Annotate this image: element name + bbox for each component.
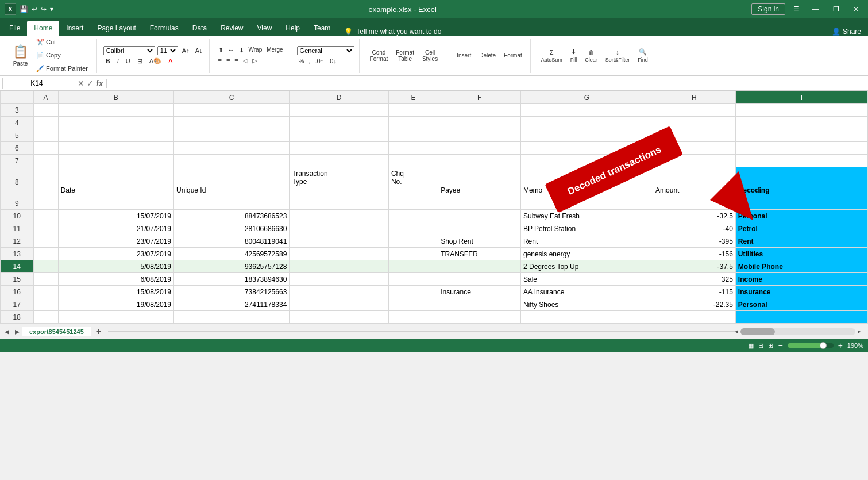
tab-view[interactable]: View xyxy=(250,21,279,36)
cell-f13[interactable]: TRANSFER xyxy=(438,248,521,260)
cell-h11[interactable]: -40 xyxy=(653,222,736,235)
cell-c14[interactable]: 93625757128 xyxy=(173,260,289,273)
cell-b3[interactable] xyxy=(58,104,173,117)
cell-h5[interactable] xyxy=(653,129,736,142)
cell-a8[interactable] xyxy=(33,167,58,197)
sheet-tab-export[interactable]: export8545451245 xyxy=(22,327,91,336)
cell-c13[interactable]: 42569572589 xyxy=(173,248,289,260)
cell-c6[interactable] xyxy=(173,142,289,155)
cell-e5[interactable] xyxy=(388,129,438,142)
sign-in-button[interactable]: Sign in xyxy=(751,3,785,15)
paste-button[interactable]: 📋 Paste xyxy=(9,42,32,69)
cell-d4[interactable] xyxy=(290,117,389,129)
tab-review[interactable]: Review xyxy=(214,21,250,36)
align-right-button[interactable]: ≡ xyxy=(233,56,240,65)
col-header-e[interactable]: E xyxy=(388,91,438,104)
increase-decimal-button[interactable]: .0↑ xyxy=(313,57,325,65)
cell-i5[interactable] xyxy=(735,129,867,142)
minimize-button[interactable]: — xyxy=(808,4,824,14)
cell-f11[interactable] xyxy=(438,222,521,235)
align-bottom-button[interactable]: ⬇ xyxy=(237,46,246,55)
insert-cells-button[interactable]: Insert xyxy=(453,50,474,61)
cell-c9[interactable] xyxy=(173,197,289,210)
tab-formulas[interactable]: Formulas xyxy=(143,21,186,36)
cell-d7[interactable] xyxy=(290,155,389,167)
zoom-slider[interactable] xyxy=(788,343,834,348)
cell-c5[interactable] xyxy=(173,129,289,142)
confirm-formula-icon[interactable]: ✓ xyxy=(87,79,94,88)
cell-f15[interactable] xyxy=(438,273,521,286)
cell-g16[interactable]: AA Insurance xyxy=(520,286,653,298)
merge-cells-button[interactable]: Merge xyxy=(265,46,284,55)
cell-d6[interactable] xyxy=(290,142,389,155)
restore-button[interactable]: ❐ xyxy=(828,4,844,14)
cell-c11[interactable]: 28106686630 xyxy=(173,222,289,235)
cell-c4[interactable] xyxy=(173,117,289,129)
font-color-button[interactable]: A xyxy=(166,57,175,65)
cell-d18[interactable] xyxy=(290,311,389,324)
cell-i15[interactable]: Income xyxy=(735,273,867,286)
cell-f4[interactable] xyxy=(438,117,521,129)
cell-b16[interactable]: 15/08/2019 xyxy=(58,286,173,298)
cell-a15[interactable] xyxy=(33,273,58,286)
cell-d5[interactable] xyxy=(290,129,389,142)
increase-font-button[interactable]: A↑ xyxy=(180,47,191,55)
conditional-format-button[interactable]: CondFormat xyxy=(367,47,392,64)
cell-b4[interactable] xyxy=(58,117,173,129)
cell-d10[interactable] xyxy=(290,210,389,222)
cell-e12[interactable] xyxy=(388,235,438,248)
scroll-tabs-left[interactable]: ◂ xyxy=(2,326,11,337)
cell-b15[interactable]: 6/08/2019 xyxy=(58,273,173,286)
cell-a3[interactable] xyxy=(33,104,58,117)
wrap-text-button[interactable]: Wrap xyxy=(247,46,264,55)
page-break-icon[interactable]: ⊞ xyxy=(768,342,773,350)
align-left-button[interactable]: ≡ xyxy=(217,56,223,65)
cell-i12[interactable]: Rent xyxy=(735,235,867,248)
ribbon-display-options[interactable]: ☰ xyxy=(790,4,803,14)
autosum-button[interactable]: ΣAutoSum xyxy=(538,47,566,65)
tab-data[interactable]: Data xyxy=(186,21,214,36)
italic-button[interactable]: I xyxy=(115,57,121,65)
cell-h18[interactable] xyxy=(653,311,736,324)
cell-i6[interactable] xyxy=(735,142,867,155)
scroll-left-icon[interactable]: ◂ xyxy=(735,328,738,335)
font-size-select[interactable]: 11 xyxy=(157,46,178,55)
cell-c12[interactable]: 80048119041 xyxy=(173,235,289,248)
cell-f17[interactable] xyxy=(438,298,521,311)
cell-e7[interactable] xyxy=(388,155,438,167)
tab-file[interactable]: File xyxy=(2,21,27,36)
cell-c17[interactable]: 27411178334 xyxy=(173,298,289,311)
name-box[interactable]: K14 xyxy=(2,78,71,89)
cell-h3[interactable] xyxy=(653,104,736,117)
quick-access-redo[interactable]: ↪ xyxy=(41,5,47,13)
cell-d12[interactable] xyxy=(290,235,389,248)
col-header-a[interactable]: A xyxy=(33,91,58,104)
quick-access-undo[interactable]: ↩ xyxy=(32,5,37,13)
cell-f12[interactable]: Shop Rent xyxy=(438,235,521,248)
cell-f9[interactable] xyxy=(438,197,521,210)
cell-d8[interactable]: TransactionType xyxy=(290,167,389,197)
cell-g4[interactable] xyxy=(520,117,653,129)
cell-h9[interactable] xyxy=(653,197,736,210)
cell-h15[interactable]: 325 xyxy=(653,273,736,286)
normal-view-icon[interactable]: ▦ xyxy=(748,342,754,350)
number-format-select[interactable]: General xyxy=(297,46,354,55)
cell-d16[interactable] xyxy=(290,286,389,298)
cell-g15[interactable]: Sale xyxy=(520,273,653,286)
col-header-g[interactable]: G xyxy=(520,91,653,104)
decrease-decimal-button[interactable]: .0↓ xyxy=(326,57,338,65)
cell-c3[interactable] xyxy=(173,104,289,117)
cell-b12[interactable]: 23/07/2019 xyxy=(58,235,173,248)
fill-button[interactable]: ⬇Fill xyxy=(567,46,581,65)
col-header-i[interactable]: I xyxy=(735,91,867,104)
cell-h7[interactable] xyxy=(653,155,736,167)
cell-g18[interactable] xyxy=(520,311,653,324)
cell-g11[interactable]: BP Petrol Station xyxy=(520,222,653,235)
cell-g10[interactable]: Subway Eat Fresh xyxy=(520,210,653,222)
cell-b11[interactable]: 21/07/2019 xyxy=(58,222,173,235)
col-header-c[interactable]: C xyxy=(173,91,289,104)
cell-c10[interactable]: 88473686523 xyxy=(173,210,289,222)
cell-e11[interactable] xyxy=(388,222,438,235)
cell-b14[interactable]: 5/08/2019 xyxy=(58,260,173,273)
cell-f3[interactable] xyxy=(438,104,521,117)
